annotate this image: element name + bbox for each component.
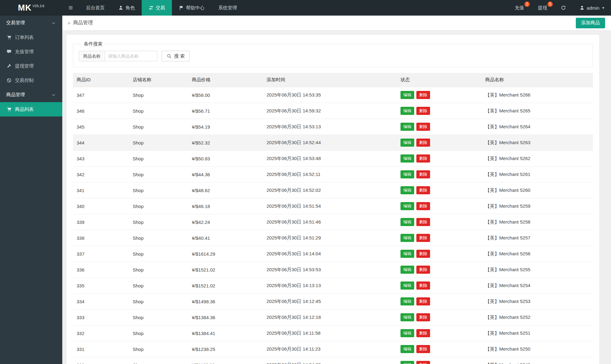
edit-button[interactable]: 编辑 bbox=[400, 313, 414, 321]
product-name-input[interactable] bbox=[105, 51, 157, 61]
cell-shop-name: Shop bbox=[129, 214, 188, 230]
cell-price: ¥/$1498.36 bbox=[188, 294, 263, 310]
refresh-button[interactable] bbox=[554, 0, 573, 16]
delete-button[interactable]: 删除 bbox=[416, 186, 430, 194]
delete-button[interactable]: 删除 bbox=[416, 297, 430, 305]
cell-product-name: 【英】Merchant 5250 bbox=[481, 341, 593, 357]
cell-added-time: 2025年06月30日 14:12:18 bbox=[263, 310, 397, 325]
edit-button[interactable]: 编辑 bbox=[400, 297, 414, 305]
cell-shop-name: Shop bbox=[129, 135, 188, 151]
delete-button[interactable]: 删除 bbox=[416, 329, 430, 337]
cell-added-time: 2025年06月30日 14:51:54 bbox=[263, 198, 397, 214]
cell-product-id: 344 bbox=[73, 135, 129, 151]
cell-added-time: 2025年06月30日 14:12:45 bbox=[263, 294, 397, 310]
cell-shop-name: Shop bbox=[129, 341, 188, 357]
table-row: 346Shop¥/$56.712025年06月30日 14:59:32编辑删除【… bbox=[73, 103, 593, 119]
recharge-badge: 2 bbox=[524, 2, 530, 7]
edit-button[interactable]: 编辑 bbox=[400, 266, 414, 274]
delete-button[interactable]: 删除 bbox=[416, 313, 430, 321]
delete-button[interactable]: 删除 bbox=[416, 266, 430, 274]
cell-added-time: 2025年06月30日 14:53:48 bbox=[263, 151, 397, 167]
delete-button[interactable]: 删除 bbox=[416, 123, 430, 131]
sidebar-item[interactable]: 充值管理 bbox=[0, 45, 62, 59]
edit-button[interactable]: 编辑 bbox=[400, 281, 414, 290]
delete-button[interactable]: 删除 bbox=[416, 170, 430, 178]
column-header: 商品ID bbox=[73, 73, 129, 87]
edit-button[interactable]: 编辑 bbox=[400, 186, 414, 194]
edit-button[interactable]: 编辑 bbox=[400, 361, 414, 364]
logo-text: MK bbox=[18, 3, 32, 13]
delete-button[interactable]: 删除 bbox=[416, 281, 430, 290]
edit-button[interactable]: 编辑 bbox=[400, 345, 414, 353]
cell-price: ¥/$42.24 bbox=[188, 214, 263, 230]
cell-shop-name: Shop bbox=[129, 230, 188, 246]
exchange-icon bbox=[149, 5, 154, 10]
user-menu[interactable]: admin ▾ bbox=[573, 0, 611, 16]
edit-button[interactable]: 编辑 bbox=[400, 170, 414, 178]
nav-item-label: 角色 bbox=[126, 5, 135, 11]
cell-added-time: 2025年06月30日 14:14:04 bbox=[263, 246, 397, 262]
cell-shop-name: Shop bbox=[129, 278, 188, 294]
delete-button[interactable]: 删除 bbox=[416, 91, 430, 99]
cell-shop-name: Shop bbox=[129, 87, 188, 103]
edit-button[interactable]: 编辑 bbox=[400, 154, 414, 163]
user-name: admin bbox=[587, 5, 599, 11]
recharge-nav-item[interactable]: 充值 2 bbox=[508, 0, 531, 16]
edit-button[interactable]: 编辑 bbox=[400, 202, 414, 210]
add-product-button[interactable]: 添加商品 bbox=[576, 18, 605, 28]
table-row: 345Shop¥/$54.192025年06月30日 14:53:13编辑删除【… bbox=[73, 119, 593, 135]
edit-button[interactable]: 编辑 bbox=[400, 123, 414, 131]
delete-button[interactable]: 删除 bbox=[416, 107, 430, 115]
nav-item-label: 后台首页 bbox=[86, 5, 105, 11]
sidebar-item-label: 商品列表 bbox=[15, 106, 34, 112]
nav-item[interactable]: 后台首页 bbox=[79, 0, 111, 16]
edit-button[interactable]: 编辑 bbox=[400, 218, 414, 226]
breadcrumb-arrow-icon: » bbox=[68, 20, 70, 26]
table-row: 347Shop¥/$58.002025年06月30日 14:53:35编辑删除【… bbox=[73, 87, 593, 103]
nav-item[interactable]: 系统管理 bbox=[211, 0, 244, 16]
edit-button[interactable]: 编辑 bbox=[400, 107, 414, 115]
column-header: 商品价格 bbox=[188, 73, 263, 87]
cell-status: 编辑删除 bbox=[397, 294, 481, 310]
cell-added-time: 2025年06月30日 14:52:11 bbox=[263, 167, 397, 182]
edit-button[interactable]: 编辑 bbox=[400, 139, 414, 147]
edit-button[interactable]: 编辑 bbox=[400, 234, 414, 242]
sidebar-item[interactable]: 订单列表 bbox=[0, 30, 62, 45]
delete-button[interactable]: 删除 bbox=[416, 234, 430, 242]
delete-button[interactable]: 删除 bbox=[416, 139, 430, 147]
products-table: 商品ID店铺名称商品价格添加时间状态商品名称 347Shop¥/$58.0020… bbox=[73, 73, 593, 364]
delete-button[interactable]: 删除 bbox=[416, 345, 430, 353]
cell-status: 编辑删除 bbox=[397, 278, 481, 294]
delete-button[interactable]: 删除 bbox=[416, 154, 430, 163]
delete-button[interactable]: 删除 bbox=[416, 250, 430, 258]
edit-button[interactable]: 编辑 bbox=[400, 250, 414, 258]
table-row: 342Shop¥/$44.362025年06月30日 14:52:11编辑删除【… bbox=[73, 167, 593, 182]
nav-item[interactable]: 交易 bbox=[142, 0, 172, 16]
nav-item[interactable]: 角色 bbox=[111, 0, 142, 16]
nav-item[interactable]: 帮助中心 bbox=[172, 0, 211, 16]
navbar-right: 充值 2 提现 5 admin ▾ bbox=[508, 0, 611, 16]
cell-product-name: 【英】Merchant 5253 bbox=[481, 294, 593, 310]
cell-product-id: 340 bbox=[73, 198, 129, 214]
table-row: 339Shop¥/$42.242025年06月30日 14:51:46编辑删除【… bbox=[73, 214, 593, 230]
withdraw-nav-item[interactable]: 提现 5 bbox=[531, 0, 554, 16]
sidebar-item-label: 充值管理 bbox=[15, 49, 34, 55]
sidebar-group-header[interactable]: 交易管理 bbox=[0, 16, 62, 30]
hamburger-menu-icon[interactable] bbox=[62, 0, 79, 16]
delete-button[interactable]: 删除 bbox=[416, 218, 430, 226]
person-icon bbox=[118, 5, 123, 10]
cell-added-time: 2025年06月30日 14:59:32 bbox=[263, 103, 397, 119]
table-row: 344Shop¥/$52.322025年06月30日 14:52:44编辑删除【… bbox=[73, 135, 593, 151]
sidebar-item[interactable]: 交易控制 bbox=[0, 73, 62, 87]
sidebar-item[interactable]: 提现管理 bbox=[0, 59, 62, 73]
edit-button[interactable]: 编辑 bbox=[400, 91, 414, 99]
nav-item-label: 系统管理 bbox=[218, 5, 237, 11]
edit-button[interactable]: 编辑 bbox=[400, 329, 414, 337]
cell-price: ¥/$1238.25 bbox=[188, 341, 263, 357]
search-button[interactable]: 搜 索 bbox=[162, 51, 190, 61]
recharge-label: 充值 bbox=[515, 5, 524, 11]
delete-button[interactable]: 删除 bbox=[416, 202, 430, 210]
delete-button[interactable]: 删除 bbox=[416, 361, 430, 364]
sidebar-group-header[interactable]: 商品管理 bbox=[0, 87, 62, 102]
sidebar-item[interactable]: 商品列表 bbox=[0, 102, 62, 116]
